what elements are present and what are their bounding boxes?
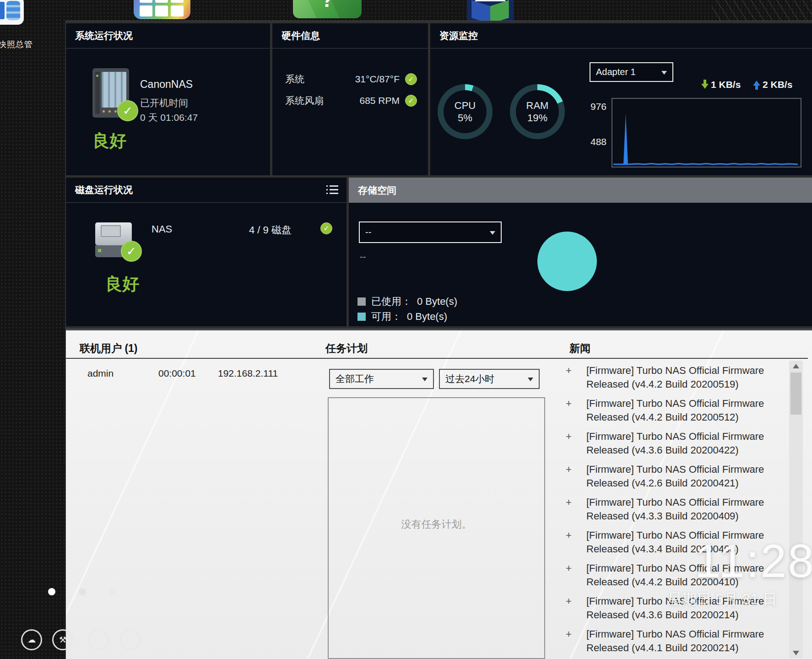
- page-dot[interactable]: [79, 588, 86, 595]
- news-item[interactable]: [Firmware] Turbo NAS Official Firmware R…: [566, 397, 785, 424]
- desktop-icon-label[interactable]: 快照总管: [0, 39, 53, 50]
- time-filter-value: 过去24小时: [445, 373, 494, 385]
- job-filter-select[interactable]: 全部工作: [329, 369, 434, 389]
- hw-label: 系统风扇: [285, 94, 324, 107]
- news-line2: Released (v4.3.6 Build 20200422): [586, 443, 785, 457]
- storage-selected-value: --: [365, 227, 371, 238]
- news-line1: [Firmware] Turbo NAS Official Firmware: [586, 430, 785, 443]
- news-line2: Released (v4.4.2 Build 20200512): [586, 411, 785, 424]
- news-line2: Released (v4.4.1 Build 20200214): [586, 641, 785, 655]
- used-value: 0 Byte(s): [417, 296, 457, 308]
- scroll-up-icon[interactable]: [789, 361, 803, 372]
- expand-icon[interactable]: [566, 594, 572, 608]
- panel-title-storage: 存储空间: [349, 178, 812, 203]
- desktop-icon-app-center[interactable]: [134, 0, 190, 19]
- page-dot[interactable]: [109, 588, 116, 595]
- disk-count: 4 / 9 磁盘: [249, 223, 292, 237]
- chevron-down-icon: [490, 231, 495, 238]
- news-line2: Released (v4.3.3 Build 20200409): [586, 509, 785, 523]
- news-line1: [Firmware] Turbo NAS Official Firmware: [586, 594, 785, 608]
- news-line1: [Firmware] Turbo NAS Official Firmware: [586, 562, 785, 575]
- news-line1: [Firmware] Turbo NAS Official Firmware: [586, 397, 785, 411]
- expand-icon[interactable]: [566, 627, 572, 641]
- disk-status: 良好: [105, 273, 139, 296]
- database-icon: [0, 2, 5, 19]
- expand-icon[interactable]: [566, 496, 572, 509]
- news-item[interactable]: [Firmware] Turbo NAS Official Firmware R…: [566, 529, 785, 556]
- desktop-icon-snapshot-manager[interactable]: [0, 0, 24, 25]
- disk-group-name: NAS: [152, 223, 172, 235]
- panel-storage: 存储空间 -- -- 已使用： 0 Byte(s) 可用： 0 Byte(s): [349, 178, 812, 326]
- expand-icon[interactable]: [566, 430, 572, 443]
- panel-hardware-info: 硬件信息 系统 31°C/87°F 系统风扇 685 RPM: [272, 23, 428, 175]
- expand-icon[interactable]: [566, 397, 572, 411]
- hw-value: 31°C/87°F: [355, 74, 400, 85]
- free-value: 0 Byte(s): [407, 311, 447, 323]
- user-ip: 192.168.2.111: [218, 368, 278, 379]
- pause-icon[interactable]: [88, 629, 109, 650]
- cpu-usage-ring: CPU 5%: [438, 84, 493, 139]
- question-mark-icon: ?: [321, 0, 334, 12]
- system-status: 良好: [92, 130, 126, 152]
- news-scrollbar[interactable]: [789, 361, 803, 658]
- chevron-down-icon: [422, 378, 428, 384]
- expand-icon[interactable]: [566, 529, 572, 542]
- status-ok-icon: [117, 100, 138, 121]
- storage-usage-donut: [537, 232, 597, 291]
- dashboard: 系统运行状况 CanonNAS 已开机时间 0 天 01:06:47 良好 硬件…: [65, 21, 812, 659]
- uptime-value: 0 天 01:06:47: [140, 111, 198, 124]
- news-line2: Released (v4.2.6 Build 20200421): [586, 476, 785, 490]
- news-item[interactable]: [Firmware] Turbo NAS Official Firmware R…: [566, 364, 785, 391]
- wallpaper-stripes: [712, 0, 812, 21]
- used-label: 已使用：: [371, 295, 411, 308]
- download-rate-value: 1 KB/s: [711, 79, 741, 90]
- download-rate: 1 KB/s: [701, 79, 741, 90]
- news-item[interactable]: [Firmware] Turbo NAS Official Firmware R…: [566, 430, 785, 457]
- expand-icon[interactable]: [566, 364, 572, 378]
- cube-top-face-icon: [474, 0, 506, 1]
- adapter-selected-value: Adapter 1: [596, 67, 636, 77]
- news-item[interactable]: [Firmware] Turbo NAS Official Firmware R…: [566, 562, 785, 589]
- network-chart-svg: [612, 99, 801, 167]
- news-item[interactable]: [Firmware] Turbo NAS Official Firmware R…: [566, 463, 785, 490]
- disk-list-icon[interactable]: [326, 185, 338, 195]
- news-line2: Released (v4.4.2 Build 20200410): [586, 575, 785, 589]
- legend-used-swatch: [357, 297, 366, 306]
- tools-icon[interactable]: ⚒: [52, 629, 73, 650]
- task-empty-message: 没有任务计划。: [329, 518, 544, 531]
- ram-usage-ring: RAM 19%: [510, 84, 565, 139]
- legend-free: 可用： 0 Byte(s): [357, 310, 447, 324]
- news-line2: Released (v4.3.6 Build 20200214): [586, 608, 785, 622]
- status-ok-icon: [121, 241, 142, 262]
- scrollbar-thumb[interactable]: [790, 373, 801, 415]
- storage-pool-select[interactable]: --: [359, 221, 502, 243]
- device-name: CanonNAS: [140, 78, 193, 91]
- hw-label: 系统: [285, 73, 304, 86]
- expand-icon[interactable]: [566, 562, 572, 575]
- desktop-icon-helpdesk[interactable]: ?: [293, 0, 362, 18]
- panel-title-hardware: 硬件信息: [272, 23, 428, 49]
- panel-title-resource: 资源监控: [430, 23, 812, 49]
- list-lines: [330, 185, 338, 194]
- time-filter-select[interactable]: 过去24小时: [439, 369, 540, 389]
- chart-y-tick: 976: [584, 101, 606, 112]
- job-filter-value: 全部工作: [336, 373, 374, 385]
- scroll-down-icon[interactable]: [789, 647, 803, 658]
- page-dot-active[interactable]: [48, 588, 55, 595]
- adapter-select[interactable]: Adapter 1: [590, 62, 673, 82]
- cpu-label: CPU: [455, 99, 476, 112]
- user-duration: 00:00:01: [158, 368, 196, 379]
- news-item[interactable]: [Firmware] Turbo NAS Official Firmware R…: [566, 594, 785, 622]
- chevron-down-icon: [528, 378, 533, 384]
- hdd-led: [98, 249, 101, 252]
- section-divider: [66, 358, 808, 359]
- free-label: 可用：: [371, 310, 401, 324]
- news-line2: Released (v4.4.2 Build 20200519): [586, 378, 785, 391]
- cloud-sync-icon[interactable]: ☁: [21, 629, 42, 650]
- news-line1: [Firmware] Turbo NAS Official Firmware: [586, 364, 785, 378]
- news-item[interactable]: [Firmware] Turbo NAS Official Firmware R…: [566, 496, 785, 523]
- volume-label: --: [360, 252, 366, 262]
- news-item[interactable]: [Firmware] Turbo NAS Official Firmware R…: [566, 627, 785, 655]
- note-edit-icon[interactable]: ✎: [119, 629, 141, 650]
- expand-icon[interactable]: [566, 463, 572, 476]
